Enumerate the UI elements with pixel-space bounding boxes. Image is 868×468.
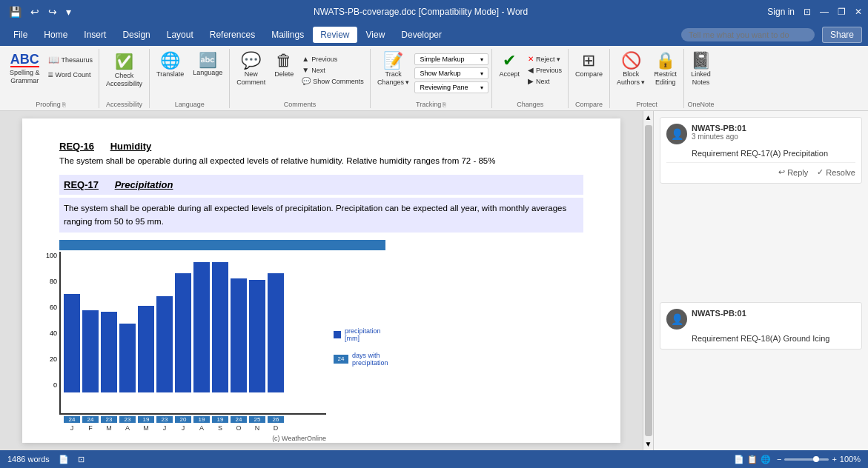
accept-button[interactable]: ✔ Accept xyxy=(495,50,523,101)
search-input[interactable] xyxy=(681,28,815,41)
block-authors-button[interactable]: 🚫 BlockAuthors ▾ xyxy=(613,50,649,101)
bar-M xyxy=(101,312,117,392)
simple-markup-dropdown[interactable]: Simple Markup ▾ xyxy=(414,53,488,65)
read-mode-icon[interactable]: 📋 xyxy=(747,455,758,464)
chart-bars-area: 0 20 40 60 80 100 xyxy=(59,252,326,415)
web-layout-icon[interactable]: 🌐 xyxy=(761,455,771,464)
status-bar: 1486 words 📄 ⊡ 📄 📋 🌐 − + 100% xyxy=(0,450,868,468)
zoom-in-button[interactable]: + xyxy=(832,455,836,464)
word-count-button[interactable]: ≡ Word Count xyxy=(45,68,96,81)
resolve-button-1[interactable]: ✓ Resolve xyxy=(817,167,855,177)
ribbon-group-onenote: 📓 LinkedNotes OneNote xyxy=(684,49,718,108)
bar-N xyxy=(249,280,265,392)
ribbon-toggle-icon[interactable]: ⊡ xyxy=(804,7,811,17)
word-count: 1486 words xyxy=(7,455,50,464)
menu-item-view[interactable]: View xyxy=(359,27,393,43)
req16-text: The system shall be operable during all … xyxy=(59,155,583,167)
menu-item-insert[interactable]: Insert xyxy=(76,27,113,43)
redo-icon[interactable]: ↪ xyxy=(45,4,60,19)
menu-item-references[interactable]: References xyxy=(202,27,262,43)
status-right: 📄 📋 🌐 − + 100% xyxy=(734,455,861,464)
spelling-grammar-button[interactable]: ABC Spelling &Grammar xyxy=(6,50,44,101)
menu-item-review[interactable]: Review xyxy=(313,27,357,43)
comment-meta-1: NWATS-PB:01 3 minutes ago xyxy=(692,124,855,141)
comment-author-2: NWATS-PB:01 xyxy=(692,309,855,318)
language-button[interactable]: 🔤 Language xyxy=(189,50,226,101)
comment-card-1: 👤 NWATS-PB:01 3 minutes ago Requirement … xyxy=(660,117,862,184)
changes-label: Changes xyxy=(517,101,543,108)
next-change-button[interactable]: ▶ Next xyxy=(525,76,565,87)
reviewing-pane-dropdown[interactable]: Reviewing Pane ▾ xyxy=(414,81,488,93)
proofing-expand-icon[interactable]: ⎘ xyxy=(62,101,66,108)
bar-F xyxy=(82,310,99,392)
ribbon-group-protect: 🚫 BlockAuthors ▾ 🔒 RestrictEditing Prote… xyxy=(610,49,684,108)
menu-item-developer[interactable]: Developer xyxy=(394,27,449,43)
main-area: REQ-16 Humidity The system shall be oper… xyxy=(0,111,868,450)
bar-M xyxy=(138,306,154,392)
print-layout-icon[interactable]: 📄 xyxy=(734,455,744,464)
precipitation-chart: 0 20 40 60 80 100 24 xyxy=(59,240,385,442)
previous-change-button[interactable]: ◀ Previous xyxy=(525,64,565,76)
thesaurus-button[interactable]: 📖 Thesaurus xyxy=(45,53,96,67)
req17-text: The system shall be operable during all … xyxy=(59,198,583,233)
menu-item-home[interactable]: Home xyxy=(36,27,75,43)
ribbon-group-compare: ⊞ Compare Compare xyxy=(569,49,610,108)
customize-icon[interactable]: ▾ xyxy=(63,4,74,19)
zoom-out-button[interactable]: − xyxy=(777,455,781,464)
document-page: REQ-16 Humidity The system shall be oper… xyxy=(22,118,620,443)
new-comment-button[interactable]: 💬 NewComment xyxy=(233,50,269,101)
tracking-expand-icon[interactable]: ⎘ xyxy=(443,101,446,108)
close-button[interactable]: ✕ xyxy=(855,7,862,17)
maximize-button[interactable]: ❐ xyxy=(838,7,846,17)
menu-item-file[interactable]: File xyxy=(6,27,35,43)
undo-icon[interactable]: ↩ xyxy=(27,4,42,19)
chart-header xyxy=(59,240,385,250)
translate-button[interactable]: 🌐 Translate xyxy=(153,50,188,101)
next-comment-button[interactable]: ▼ Next xyxy=(299,64,367,76)
show-markup-dropdown[interactable]: Show Markup ▾ xyxy=(414,67,488,79)
comment-card-2: 👤 NWATS-PB:01 Requirement REQ-18(A) Grou… xyxy=(660,302,862,350)
save-icon[interactable]: 💾 xyxy=(6,4,24,19)
ribbon-group-tracking: 📝 TrackChanges ▾ Simple Markup ▾ Show Ma… xyxy=(371,49,493,108)
compare-label: Compare xyxy=(575,101,603,108)
track-changes-button[interactable]: 📝 TrackChanges ▾ xyxy=(374,50,414,101)
restrict-editing-button[interactable]: 🔒 RestrictEditing xyxy=(650,50,680,101)
reject-button[interactable]: ✕ Reject ▾ xyxy=(525,53,565,64)
delete-comment-button[interactable]: 🗑 Delete xyxy=(271,50,297,101)
ribbon-group-proofing: ABC Spelling &Grammar 📖 Thesaurus ≡ Word… xyxy=(3,49,99,108)
compare-button[interactable]: ⊞ Compare xyxy=(572,50,606,101)
share-button[interactable]: Share xyxy=(822,27,862,43)
chart-credit: (c) WeatherOnline xyxy=(59,435,326,442)
vertical-scrollbar[interactable]: ▲ ▼ xyxy=(643,111,653,450)
quick-access-toolbar[interactable]: 💾 ↩ ↪ ▾ xyxy=(6,4,74,19)
accessibility-label: Accessibility xyxy=(106,101,142,108)
comment-avatar-2: 👤 xyxy=(666,309,687,330)
minimize-button[interactable]: — xyxy=(820,7,829,17)
resolve-icon-1: ✓ xyxy=(817,167,824,177)
reply-icon-1: ↩ xyxy=(778,167,785,177)
show-comments-button[interactable]: 💬 Show Comments xyxy=(299,76,367,87)
zoom-slider[interactable] xyxy=(784,458,829,461)
req16-title: REQ-16 Humidity xyxy=(59,141,583,152)
comment-text-1: Requirement REQ-17(A) Precipitation xyxy=(692,149,855,158)
ribbon-group-comments: 💬 NewComment 🗑 Delete ▲ Previous ▼ Next xyxy=(230,49,371,108)
window-title: NWATS-PB-coverage.doc [Compatibility Mod… xyxy=(314,7,528,17)
comment-actions-1: ↩ Reply ✓ Resolve xyxy=(666,162,855,177)
menu-item-design[interactable]: Design xyxy=(115,27,157,43)
req17-section: REQ-17 Precipitation The system shall be… xyxy=(59,175,583,233)
req16-section: REQ-16 Humidity The system shall be oper… xyxy=(59,141,583,167)
previous-comment-button[interactable]: ▲ Previous xyxy=(299,53,367,64)
menu-item-mailings[interactable]: Mailings xyxy=(264,27,311,43)
chart-bars xyxy=(61,252,326,392)
tracking-label: Tracking xyxy=(416,101,441,108)
view-icons: 📄 📋 🌐 xyxy=(734,455,771,464)
sign-in-button[interactable]: Sign in xyxy=(767,7,795,17)
linked-notes-button[interactable]: 📓 LinkedNotes xyxy=(687,50,715,101)
ribbon-group-accessibility: ✅ CheckAccessibility Accessibility xyxy=(99,49,150,108)
document-area: REQ-16 Humidity The system shall be oper… xyxy=(0,111,643,450)
menu-item-layout[interactable]: Layout xyxy=(159,27,201,43)
reply-button-1[interactable]: ↩ Reply xyxy=(778,167,808,177)
comment-meta-2: NWATS-PB:01 xyxy=(692,309,855,318)
comment-avatar-1: 👤 xyxy=(666,124,687,144)
check-accessibility-button[interactable]: ✅ CheckAccessibility xyxy=(102,50,146,101)
